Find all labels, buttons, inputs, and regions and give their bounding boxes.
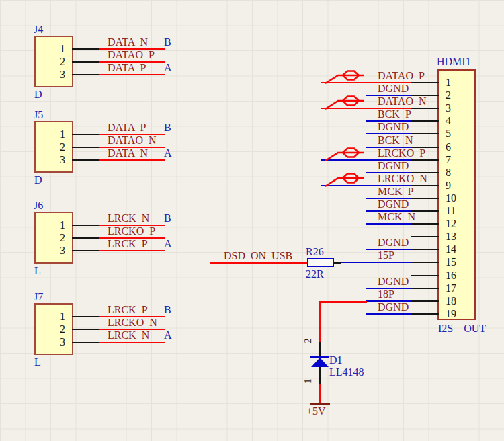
hdmi-pin-stub — [411, 249, 439, 250]
pin-number: 3 — [52, 245, 65, 256]
hdmi-pin-number: 10 — [446, 193, 456, 204]
wire — [99, 342, 165, 343]
resistor-value: 22R — [306, 269, 324, 280]
resistor-body[interactable] — [307, 258, 334, 267]
port-letter: A — [164, 239, 172, 249]
ferrite-bead-icon[interactable] — [322, 172, 368, 188]
net-label: MCK N — [378, 212, 415, 223]
net-label: DATA N — [108, 148, 148, 159]
port-letter: B — [164, 37, 171, 48]
hdmi-pin-stub — [411, 133, 439, 134]
hdmi-pin-stub — [411, 108, 439, 109]
net-label: LRCKO P — [378, 148, 425, 159]
hdmi-pin-number: 15 — [446, 257, 456, 268]
pin-number: 2 — [52, 142, 65, 153]
hdmi-pin-stub — [411, 288, 439, 289]
net-label: DGND — [378, 199, 409, 210]
net-label: BCK N — [378, 135, 413, 146]
power-port-label: +5V — [306, 406, 326, 417]
hdmi-pin-stub — [411, 198, 439, 199]
hdmi-pin-number: 8 — [446, 167, 451, 178]
pin-number: 2 — [52, 233, 65, 243]
connector-designator: J5 — [34, 110, 43, 120]
wire — [99, 159, 165, 161]
ferrite-bead-icon[interactable] — [322, 69, 368, 85]
hdmi-pin-number: 9 — [446, 180, 451, 191]
net-label: DGND — [378, 83, 409, 94]
hdmi-pin-number: 16 — [446, 270, 456, 281]
net-label: DATAO P — [378, 71, 425, 81]
diode-pin1-lead — [319, 367, 321, 384]
connector-part-label: D — [34, 89, 42, 100]
net-label: DATA N — [108, 37, 148, 48]
connector-part-label: L — [34, 266, 41, 276]
diode-pin1-number: 1 — [304, 376, 313, 386]
net-label: BCK P — [378, 109, 411, 120]
hdmi-pin-number: 5 — [446, 128, 451, 139]
net-label: DGND — [378, 237, 409, 248]
schematic-canvas: J4D1DATA NB2DATAO P3DATA PAJ5D1DATA PB2D… — [0, 0, 504, 441]
net-label: LRCK N — [108, 330, 149, 341]
net-label: DATA P — [108, 63, 146, 73]
hdmi-pin-number: 7 — [446, 155, 451, 165]
pin-number: 2 — [52, 324, 65, 335]
wire — [99, 74, 165, 75]
hdmi-pin-stub — [411, 313, 439, 315]
net-label: MCK P — [378, 186, 413, 197]
hdmi-pin-stub — [411, 275, 439, 276]
wire — [339, 262, 411, 263]
hdmi-pin-stub — [411, 223, 439, 225]
net-label: LRCK P — [108, 239, 148, 249]
hdmi-pin-stub — [411, 159, 439, 161]
port-letter: A — [164, 148, 172, 159]
net-label: DGND — [378, 302, 409, 313]
pin-number: 3 — [52, 69, 65, 80]
ferrite-bead-icon[interactable] — [322, 147, 368, 163]
hdmi-pin-stub — [411, 185, 439, 186]
net-label: DGND — [378, 122, 409, 132]
diode-designator: D1 — [329, 355, 343, 366]
pin-stub — [72, 134, 99, 135]
hdmi-pin-stub — [411, 210, 439, 212]
wire-diode-bottom — [319, 384, 321, 403]
wire — [99, 250, 165, 251]
diode-value: LL4148 — [329, 367, 364, 378]
pin-stub — [72, 147, 99, 148]
ferrite-bead-icon[interactable] — [322, 95, 368, 111]
wire-dsd-on-usb — [210, 262, 307, 264]
pin-number: 1 — [52, 44, 65, 54]
hdmi-pin-number: 17 — [446, 283, 456, 294]
wire-diode-top — [319, 301, 321, 342]
wire-diode-to-pin18 — [319, 301, 367, 303]
net-label: 15P — [378, 250, 394, 261]
hdmi-pin-stub — [411, 236, 439, 237]
port-letter: B — [164, 122, 171, 133]
hdmi-pin-number: 11 — [446, 206, 456, 216]
net-label: DATAO N — [378, 96, 427, 107]
hdmi-pin-stub — [411, 262, 439, 263]
hdmi-pin-number: 19 — [446, 309, 456, 319]
connector-designator: J4 — [34, 24, 43, 35]
net-label: LRCK N — [108, 213, 149, 224]
net-label: 18P — [378, 289, 394, 300]
net-label: LRCKO P — [108, 226, 155, 237]
hdmi-pin-number: 3 — [446, 103, 451, 114]
net-label: DGND — [378, 276, 409, 287]
connector-designator: J7 — [34, 292, 43, 303]
hdmi-pin-number: 14 — [446, 244, 456, 255]
pin-number: 1 — [52, 129, 65, 140]
net-label: LRCKO N — [378, 173, 427, 184]
net-label: LRCK P — [108, 305, 148, 315]
diode-body[interactable] — [311, 358, 329, 367]
hdmi-pin-stub — [411, 300, 439, 302]
resistor-designator: R26 — [306, 247, 324, 257]
hdmi-pin-number: 18 — [446, 296, 456, 307]
wire — [366, 223, 411, 225]
hdmi-designator: HDMI1 — [437, 56, 471, 67]
net-label: LRCKO N — [108, 317, 157, 328]
pin-stub — [72, 342, 99, 343]
diode-pin2-lead — [319, 342, 321, 356]
pin-number: 3 — [52, 337, 65, 348]
hdmi-footer-label: I2S _OUT — [438, 323, 486, 334]
hdmi-connector-body[interactable] — [437, 69, 476, 320]
